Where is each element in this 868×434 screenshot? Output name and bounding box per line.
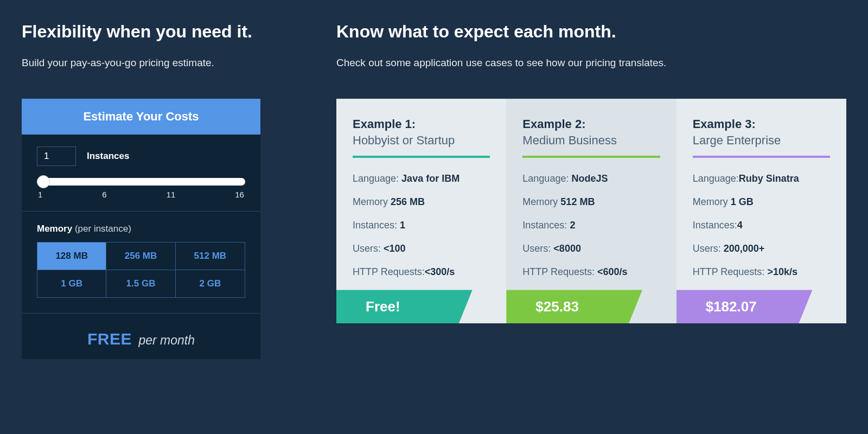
price-ribbon: Free! (336, 290, 506, 323)
cost-estimator-card: Estimate Your Costs Instances 1 6 11 16 (22, 99, 260, 359)
spec-instances: Instances: 1 (353, 220, 490, 231)
estimator-result: FREE per month (22, 314, 260, 359)
example-title: Example 1: Hobbyist or Startup (353, 116, 490, 158)
spec-memory: Memory 512 MB (522, 196, 660, 208)
slider-tick: 1 (38, 190, 42, 199)
example-price: $182.07 (676, 290, 846, 323)
spec-instances: Instances: 2 (522, 220, 660, 231)
spec-http: HTTP Requests:<300/s (353, 266, 490, 278)
instances-input[interactable] (37, 146, 76, 166)
instances-slider[interactable] (37, 178, 245, 186)
memory-option[interactable]: 256 MB (106, 242, 175, 270)
slider-thumb-icon[interactable] (37, 175, 50, 188)
spec-memory: Memory 256 MB (353, 196, 490, 208)
price-ribbon: $182.07 (676, 290, 846, 323)
spec-users: Users: <100 (353, 243, 490, 254)
spec-users: Users: 200,000+ (693, 243, 830, 254)
example-title: Example 2: Medium Business (522, 116, 660, 158)
estimator-header: Estimate Your Costs (22, 99, 260, 135)
example-price: $25.83 (506, 290, 676, 323)
left-section-title: Flexibility when you need it. (22, 22, 282, 42)
price-period: per month (138, 333, 195, 347)
slider-tick: 6 (102, 190, 106, 199)
price-ribbon: $25.83 (506, 290, 676, 323)
example-card: Example 3: Large Enterprise Language:Rub… (676, 99, 846, 323)
example-card: Example 2: Medium Business Language: Nod… (506, 99, 676, 323)
slider-tick: 11 (167, 190, 176, 199)
slider-tick: 16 (235, 190, 244, 199)
spec-memory: Memory 1 GB (693, 196, 830, 208)
example-card: Example 1: Hobbyist or Startup Language:… (336, 99, 506, 323)
memory-options-grid: 128 MB 256 MB 512 MB 1 GB 1.5 GB 2 GB (37, 242, 245, 298)
right-section-title: Know what to expect each month. (336, 22, 846, 42)
memory-option[interactable]: 1.5 GB (106, 270, 175, 297)
memory-option[interactable]: 1 GB (37, 270, 106, 297)
examples-row: Example 1: Hobbyist or Startup Language:… (336, 99, 846, 323)
spec-language: Language: NodeJS (522, 173, 660, 184)
example-price: Free! (336, 290, 506, 323)
memory-option[interactable]: 2 GB (176, 270, 245, 297)
spec-http: HTTP Requests: <600/s (522, 266, 660, 278)
memory-option[interactable]: 512 MB (176, 242, 245, 270)
spec-instances: Instances:4 (693, 220, 830, 231)
example-title: Example 3: Large Enterprise (693, 116, 830, 158)
slider-ticks: 1 6 11 16 (37, 186, 245, 199)
memory-option[interactable]: 128 MB (37, 242, 106, 270)
right-section-subtitle: Check out some application use cases to … (336, 57, 846, 69)
memory-label: Memory (per instance) (37, 224, 245, 234)
spec-users: Users: <8000 (522, 243, 660, 254)
left-section-subtitle: Build your pay-as-you-go pricing estimat… (22, 57, 282, 69)
estimated-price: FREE (87, 330, 132, 348)
instances-label: Instances (87, 151, 129, 162)
spec-http: HTTP Requests: >10k/s (693, 266, 830, 278)
spec-language: Language:Ruby Sinatra (693, 173, 830, 184)
spec-language: Language: Java for IBM (353, 173, 490, 184)
